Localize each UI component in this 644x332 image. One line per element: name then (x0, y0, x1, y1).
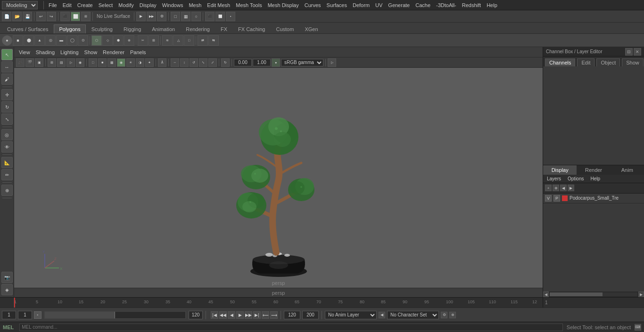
layer-right-btn[interactable]: ▶ (568, 185, 574, 191)
channel-gear-btn[interactable]: ⊟ (625, 48, 633, 56)
timeline-middle[interactable]: 1510152025303540455055606570758085909510… (14, 298, 543, 308)
play-back-btn[interactable]: ◀ (228, 311, 235, 319)
move-tool-btn[interactable]: ✛ (1, 89, 13, 100)
anim-tab[interactable]: Anim (611, 165, 644, 175)
save-file-btn[interactable]: 💾 (23, 12, 32, 21)
transform-icon5[interactable]: ⤢ (208, 58, 217, 67)
poly-plane-btn[interactable]: ▬ (56, 35, 66, 46)
anim-end-input[interactable] (284, 311, 300, 319)
combine-btn[interactable]: ⊕ (124, 35, 134, 46)
vp-menu-panels[interactable]: Panels (128, 49, 148, 56)
char-set-icon2[interactable]: ⊕ (449, 312, 456, 318)
grid-btn[interactable]: ⊞ (48, 58, 56, 67)
menu-item-mesh-tools[interactable]: Mesh Tools (233, 1, 264, 9)
bevel-btn[interactable]: ◇ (102, 35, 113, 46)
playblast-btn[interactable]: ▷ (66, 58, 75, 67)
poly-cone-btn[interactable]: ▲ (34, 35, 45, 46)
menu-item--3dtoall-[interactable]: -3DtoAll- (433, 1, 459, 9)
extrude-btn[interactable]: ⬡ (91, 35, 102, 46)
quadrangulate-btn[interactable]: □ (184, 35, 194, 46)
poly-cylinder-btn[interactable]: ⬤ (24, 35, 34, 46)
hud-btn[interactable]: ▤ (57, 58, 66, 67)
menu-item-select[interactable]: Select (96, 1, 116, 9)
mirror-btn[interactable]: ⇆ (208, 35, 219, 46)
vp-menu-show[interactable]: Show (83, 49, 99, 56)
menu-item-edit[interactable]: Edit (60, 1, 74, 9)
vp-menu-shading[interactable]: Shading (34, 49, 57, 56)
poly-torus-btn[interactable]: ◎ (45, 35, 56, 46)
menu-item-curves[interactable]: Curves (302, 1, 324, 9)
rotate-tool-btn[interactable]: ↻ (1, 101, 13, 113)
layout-btn1[interactable]: ⬛ (205, 12, 215, 21)
tab-curves-surfaces[interactable]: Curves / Surfaces (2, 24, 53, 33)
tab-rigging[interactable]: Rigging (118, 24, 146, 33)
render-seq-btn[interactable]: ▶▶ (147, 12, 156, 21)
anim-layer-selector[interactable]: No Anim Layer (325, 311, 377, 319)
poly-pipe-btn[interactable]: ⊙ (78, 35, 88, 46)
annotate-btn[interactable]: ✏ (1, 169, 13, 180)
menu-item-surfaces[interactable]: Surfaces (324, 1, 350, 9)
vp-menu-lighting[interactable]: Lighting (58, 49, 81, 56)
new-file-btn[interactable]: 📄 (2, 12, 11, 21)
menu-item-windows[interactable]: Windows (159, 1, 186, 9)
gamma-input[interactable] (234, 59, 252, 66)
tab-polygons[interactable]: Polygons (54, 24, 85, 33)
tab-sculpting[interactable]: Sculpting (86, 24, 118, 33)
start-frame-input[interactable] (2, 311, 16, 319)
vp-extra-btn[interactable]: ▷ (328, 58, 336, 67)
layout-btn2[interactable]: ⬜ (215, 12, 225, 21)
display-btn1[interactable]: □ (171, 12, 180, 21)
range-slider[interactable] (44, 311, 186, 319)
options-option[interactable]: Options (566, 175, 586, 182)
shaded-btn[interactable]: ■ (98, 58, 107, 67)
menu-item-uv[interactable]: UV (372, 1, 385, 9)
menu-item-create[interactable]: Create (74, 1, 96, 9)
menu-item-mesh[interactable]: Mesh (186, 1, 204, 9)
smooth-shade-btn[interactable]: ◉ (117, 58, 125, 67)
channel-close-btn[interactable]: ✕ (634, 48, 641, 56)
tab-fx-caching[interactable]: FX Caching (233, 24, 270, 33)
tab-xgen[interactable]: XGen (299, 24, 323, 33)
viewport-canvas[interactable]: X Y Z persp (14, 68, 543, 288)
transform-icon2[interactable]: ↕ (180, 58, 189, 67)
layer-v-toggle[interactable]: V (545, 195, 552, 202)
poly-sphere-btn[interactable]: ● (2, 35, 12, 46)
snap-grid-btn[interactable]: ⊞ (81, 12, 91, 21)
triangulate-btn[interactable]: △ (173, 35, 183, 46)
redo-btn[interactable]: ↪ (47, 12, 56, 21)
vp-menu-view[interactable]: View (17, 49, 32, 56)
step-back-btn[interactable]: ◀◀ (219, 311, 227, 319)
transform-icon3[interactable]: ↺ (190, 58, 198, 67)
soft-select-btn[interactable]: ◎ (1, 129, 13, 140)
scroll-right-btn[interactable]: ▶ (638, 292, 644, 297)
layer-p-toggle[interactable]: P (553, 195, 560, 202)
layer-color-swatch[interactable] (562, 195, 568, 201)
smooth-btn[interactable]: ≋ (162, 35, 173, 46)
menu-item-mesh-display[interactable]: Mesh Display (265, 1, 302, 9)
mode-dropdown[interactable]: Modeling Rigging Sculpting (2, 1, 38, 9)
layer-add-btn[interactable]: + (545, 185, 552, 191)
textured-btn[interactable]: ▦ (107, 58, 116, 67)
poly-disk-btn[interactable]: ◯ (67, 35, 77, 46)
layers-option[interactable]: Layers (545, 175, 563, 182)
object-tab[interactable]: Object (596, 58, 620, 66)
transfer-attr-btn[interactable]: ⇄ (198, 35, 208, 46)
menu-item-cache[interactable]: Cache (413, 1, 433, 9)
undo-btn[interactable]: ↩ (36, 12, 46, 21)
range-slider-thumb[interactable]: ▪ (34, 311, 41, 319)
select-by-comp-btn[interactable]: ⬜ (71, 12, 80, 21)
transform-icon4[interactable]: ⤡ (199, 58, 207, 67)
edit-tab[interactable]: Edit (577, 58, 594, 66)
scroll-left-btn[interactable]: ◀ (543, 292, 549, 297)
snap-btn[interactable]: ⊕ (1, 185, 13, 196)
menu-item-redshift[interactable]: Redshift (459, 1, 484, 9)
loop-back-btn[interactable]: ⟵ (262, 311, 269, 319)
exposure-input[interactable] (253, 59, 271, 66)
show-tab[interactable]: Show (622, 58, 644, 66)
layer-row[interactable]: V P Podocarpus_Small_Tre (543, 194, 644, 203)
vp-menu-renderer[interactable]: Renderer (101, 49, 126, 56)
color-mgt-btn[interactable]: ● (272, 58, 280, 67)
menu-item-modify[interactable]: Modify (116, 1, 136, 9)
render-tab[interactable]: Render (577, 165, 610, 175)
menu-item-edit-mesh[interactable]: Edit Mesh (204, 1, 233, 9)
